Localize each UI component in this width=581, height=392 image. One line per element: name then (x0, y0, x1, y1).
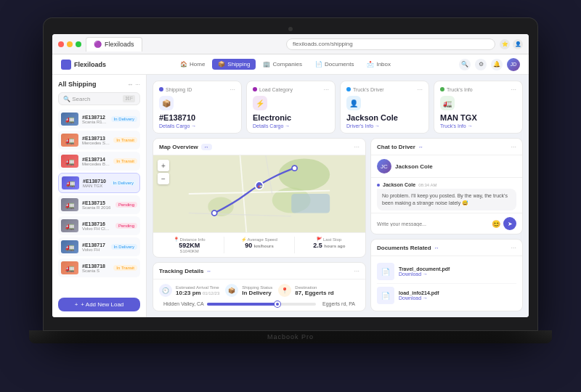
shipment-item-6[interactable]: 🚛 #E138716 Volvo FH Classic Pending (58, 216, 140, 235)
info-card-more-1[interactable]: ··· (229, 86, 235, 93)
shipment-id-5: #E138715 (82, 200, 112, 205)
shipment-item-3[interactable]: 🚛 #E138714 Mercedes Benz Actros In Trans… (58, 152, 140, 171)
shipment-item-1[interactable]: 🚛 #E138712 Scania R12009 In Delivery (58, 110, 140, 128)
shipment-id-8: #E138718 (82, 264, 110, 269)
info-card-value-3: Jackson Cole (346, 113, 423, 122)
tracking-header: Tracking Details ↔ ··· (153, 263, 365, 279)
label-dot-2 (253, 87, 257, 91)
user-avatar[interactable]: JD (507, 58, 520, 71)
maximize-button[interactable] (76, 41, 81, 47)
extension-btn[interactable]: ⭐ (500, 39, 510, 49)
truck-icon-3: 🚛 (61, 155, 78, 168)
shipment-status-3: In Transit (113, 158, 137, 164)
tracking-row: 🕙 Estimated Arrival Time 10:23 pm 01/12/… (159, 284, 359, 297)
info-card-header-4: Truck's Info ··· (440, 86, 516, 93)
sidebar: All Shipping ↔ ··· 🔍 Search ⌘F (52, 75, 147, 317)
truck-icon-2: 🚛 (61, 134, 78, 147)
docs-more-btn[interactable]: ··· (511, 244, 516, 251)
nav-item-home[interactable]: 🏠 Home (174, 59, 211, 70)
shipment-item-2[interactable]: 🚛 #E138713 Mercedes Streamline In Transi… (58, 131, 140, 150)
nav-item-documents[interactable]: 📄 Documents (309, 59, 359, 70)
shipment-status-8: In Transit (113, 265, 137, 271)
nav-item-companies[interactable]: 🏢 Companies (257, 59, 307, 70)
send-button[interactable]: ➤ (503, 217, 516, 230)
info-card-more-3[interactable]: ··· (417, 86, 423, 93)
map-panel-header: Map Overview ↔ ··· (153, 139, 365, 155)
shipping-icon: 📦 (218, 61, 225, 68)
nav-item-inbox[interactable]: 📩 Inbox (361, 59, 397, 70)
tab-favicon: 🟣 (94, 41, 102, 48)
logo: Flexiloads (61, 60, 106, 70)
truck-icon-5: 🚛 (61, 198, 78, 211)
nav-item-shipping[interactable]: 📦 Shipping (212, 59, 256, 70)
shipment-info-8: #E138718 Scania S (82, 264, 110, 273)
search-box[interactable]: 🔍 Search ⌘F (58, 92, 140, 105)
shipment-status-1: In Delivery (111, 116, 137, 122)
sidebar-more-btn[interactable]: ··· (135, 81, 140, 88)
doc-name-1: Travel_document.pdf (399, 266, 516, 271)
shipment-info-7: #E138717 Volvo FH (82, 242, 107, 252)
progress-to: Eggerts rd, PA (319, 301, 355, 306)
shipment-item-4[interactable]: 🚛 #E138710 MAN TGX In Delivery (58, 173, 140, 193)
info-card-link-3[interactable]: Driver's Info → (346, 123, 423, 128)
search-btn[interactable]: 🔍 (459, 59, 471, 70)
nav-label-home: Home (190, 61, 205, 68)
settings-btn[interactable]: ⚙ (475, 59, 487, 70)
docs-panel: Documents Related ↔ ··· 📄 (370, 239, 523, 311)
info-card-header-2: Load Category ··· (253, 86, 329, 93)
map-stat-speed: ⚡ Average Speed 90 km/hours (227, 237, 290, 253)
stat-divider-1 (224, 237, 224, 253)
driver-avatar: JC (377, 159, 391, 173)
shipment-thumb-1: 🚛 (61, 113, 78, 126)
emoji-btn[interactable]: 😊 (492, 220, 500, 228)
shipment-item-7[interactable]: 🚛 #E138717 Volvo FH In Delivery (58, 237, 140, 256)
browser-tab[interactable]: 🟣 Flexiloads (86, 37, 142, 52)
browser-chrome: 🟣 Flexiloads flexiloads.com/shipping ⭐ 👤 (52, 34, 529, 54)
shipment-item-8[interactable]: 🚛 #E138718 Scania S In Transit (58, 258, 140, 277)
chat-input[interactable] (377, 221, 489, 226)
bell-btn[interactable]: 🔔 (491, 59, 503, 70)
stat-value-speed: 90 km/hours (227, 242, 290, 249)
map-stat-laststop: 🚩 Last Stop 2.5 hours ago (298, 237, 361, 253)
tab-label: Flexiloads (105, 41, 134, 48)
doc-item-1: 📄 Travel_document.pdf Download → (377, 260, 516, 283)
chat-msg-1: Jackson Cole 08:34 AM No problem. I'll k… (377, 182, 516, 211)
tracking-item-status: 📦 Shipping Status In Delivery (225, 284, 272, 297)
close-button[interactable] (58, 41, 64, 47)
msg-sender-1: Jackson Cole (383, 182, 415, 187)
chat-more-btn[interactable]: ··· (511, 143, 516, 150)
tracking-more-btn[interactable]: ··· (354, 267, 359, 274)
info-card-more-4[interactable]: ··· (511, 86, 516, 93)
info-card-driver: Truck's Driver ··· 👤 Jackson Cole Driver… (340, 81, 429, 134)
logo-icon (61, 60, 71, 70)
info-card-link-1[interactable]: Details Cargo → (159, 123, 235, 128)
shipment-id-2: #E138713 (82, 136, 110, 141)
label-dot-3 (346, 87, 351, 91)
doc-download-2[interactable]: Download → (399, 295, 516, 301)
doc-info-1: Travel_document.pdf Download → (399, 266, 516, 277)
doc-info-2: load_info214.pdf Download → (399, 290, 516, 301)
shipment-status-7: In Delivery (111, 244, 137, 250)
shipment-thumb-2: 🚛 (61, 134, 78, 147)
info-card-more-2[interactable]: ··· (323, 86, 329, 93)
shipment-info-5: #E138715 Scania R 2016 (82, 200, 112, 210)
zoom-out-btn[interactable]: − (158, 173, 169, 184)
tracking-content: 🕙 Estimated Arrival Time 10:23 pm 01/12/… (153, 279, 365, 311)
add-load-button[interactable]: + + Add New Load (58, 298, 140, 311)
address-bar[interactable]: flexiloads.com/shipping (286, 38, 495, 50)
profile-btn[interactable]: 👤 (513, 39, 523, 49)
minimize-button[interactable] (67, 41, 73, 47)
shipment-info-2: #E138713 Mercedes Streamline (82, 136, 110, 145)
shipment-item-5[interactable]: 🚛 #E138715 Scania R 2016 Pending (58, 195, 140, 214)
shipment-info-4: #E138710 MAN TGX (83, 179, 107, 188)
zoom-in-btn[interactable]: + (158, 160, 169, 171)
shipment-name-1: Scania R12009 (82, 120, 107, 124)
right-panel: Shipping ID ··· 📦 #E138710 Details Cargo… (147, 75, 529, 317)
info-card-link-4[interactable]: Truck's Info → (440, 123, 516, 128)
map-more-btn[interactable]: ··· (354, 143, 359, 150)
info-card-link-2[interactable]: Details Cargo → (253, 123, 329, 128)
sidebar-expand-btn[interactable]: ↔ (127, 81, 133, 88)
info-card-shipping-id: Shipping ID ··· 📦 #E138710 Details Cargo… (153, 81, 242, 134)
tracking-expand: ↔ (206, 269, 211, 274)
doc-download-1[interactable]: Download → (399, 271, 516, 277)
